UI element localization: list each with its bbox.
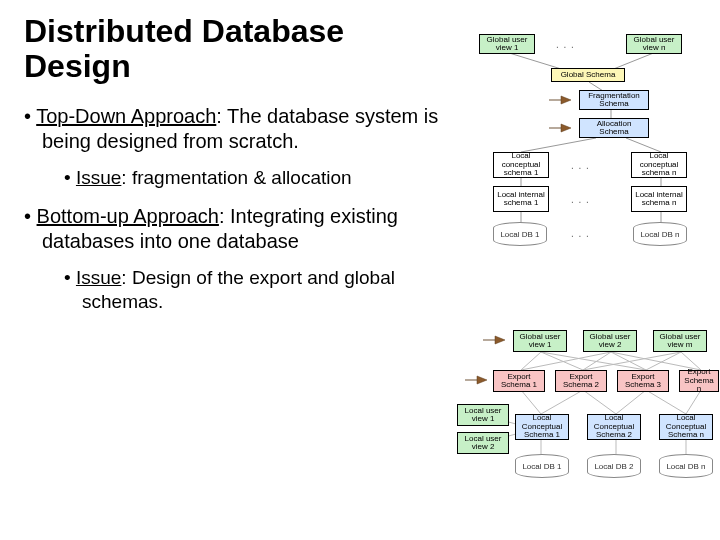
box-local-internal-n: Local internal schema n [631, 186, 687, 212]
box-allocation-schema: Allocation Schema [579, 118, 649, 138]
bullet-list: Top-Down Approach: The database system i… [24, 104, 439, 313]
box-export-schema-3: Export Schema 3 [617, 370, 669, 392]
box-fragmentation-schema: Fragmentation Schema [579, 90, 649, 110]
issue-text: : fragmentation & allocation [121, 167, 351, 188]
box-local-user-view-2: Local user view 2 [457, 432, 509, 454]
pointer-hand-icon [463, 372, 489, 388]
issue-text: : Design of the export and global schema… [82, 267, 395, 312]
svg-line-5 [626, 138, 661, 152]
slide-title: Distributed Database Design [24, 14, 439, 84]
issue-label: Issue [76, 167, 121, 188]
pointer-hand-icon [481, 332, 507, 348]
svg-line-17 [583, 352, 681, 370]
svg-line-10 [521, 352, 541, 370]
issue-label: Issue [76, 267, 121, 288]
svg-line-15 [611, 352, 646, 370]
box-local-conceptual-n: Local conceptual schema n [631, 152, 687, 178]
svg-line-24 [646, 390, 686, 414]
box-local-internal-1: Local internal schema 1 [493, 186, 549, 212]
box-global-user-view-n: Global user view n [626, 34, 682, 54]
bullet-label: Bottom-up Approach [37, 205, 219, 227]
svg-line-18 [646, 352, 681, 370]
box-local-conceptual-2: Local Conceptual Schema 2 [587, 414, 641, 440]
issue-topdown: Issue: fragmentation & allocation [64, 166, 439, 190]
svg-line-23 [616, 390, 646, 414]
box-export-schema-2: Export Schema 2 [555, 370, 607, 392]
box-local-user-view-1: Local user view 1 [457, 404, 509, 426]
box-local-conceptual-n: Local Conceptual Schema n [659, 414, 713, 440]
diagram-topdown: Global user view 1 . . . Global user vie… [451, 24, 711, 264]
box-export-schema-1: Export Schema 1 [493, 370, 545, 392]
svg-line-4 [521, 138, 596, 152]
ellipsis-icon: . . . [571, 228, 590, 239]
cylinder-local-db-1: Local DB 1 [493, 222, 547, 246]
box-global-user-view-m: Global user view m [653, 330, 707, 352]
bullet-bottomup: Bottom-up Approach: Integrating existing… [24, 204, 439, 314]
box-local-conceptual-1: Local Conceptual Schema 1 [515, 414, 569, 440]
svg-line-22 [583, 390, 616, 414]
svg-line-13 [521, 352, 611, 370]
box-global-user-view-1: Global user view 1 [513, 330, 567, 352]
svg-line-14 [583, 352, 611, 370]
cylinder-local-db-n: Local DB n [633, 222, 687, 246]
ellipsis-icon: . . . [556, 39, 575, 50]
pointer-hand-icon [547, 92, 573, 108]
box-global-user-view-2: Global user view 2 [583, 330, 637, 352]
text-column: Distributed Database Design Top-Down App… [24, 14, 439, 328]
diagram-column: Global user view 1 . . . Global user vie… [451, 14, 696, 328]
cylinder-local-db-1: Local DB 1 [515, 454, 569, 478]
diagram-bottomup: Global user view 1 Global user view 2 Gl… [451, 324, 711, 524]
svg-line-25 [686, 390, 701, 414]
svg-line-12 [541, 352, 646, 370]
bullet-label: Top-Down Approach [36, 105, 216, 127]
ellipsis-icon: . . . [571, 194, 590, 205]
cylinder-local-db-2: Local DB 2 [587, 454, 641, 478]
svg-line-11 [541, 352, 583, 370]
cylinder-local-db-n: Local DB n [659, 454, 713, 478]
box-local-conceptual-1: Local conceptual schema 1 [493, 152, 549, 178]
pointer-hand-icon [547, 120, 573, 136]
box-global-schema: Global Schema [551, 68, 625, 82]
ellipsis-icon: . . . [571, 160, 590, 171]
issue-bottomup: Issue: Design of the export and global s… [64, 266, 439, 314]
bullet-topdown: Top-Down Approach: The database system i… [24, 104, 439, 190]
svg-line-20 [521, 390, 541, 414]
box-global-user-view-1: Global user view 1 [479, 34, 535, 54]
svg-line-21 [541, 390, 583, 414]
slide: Distributed Database Design Top-Down App… [0, 0, 720, 342]
box-export-schema-n: Export Schema n [679, 370, 719, 392]
